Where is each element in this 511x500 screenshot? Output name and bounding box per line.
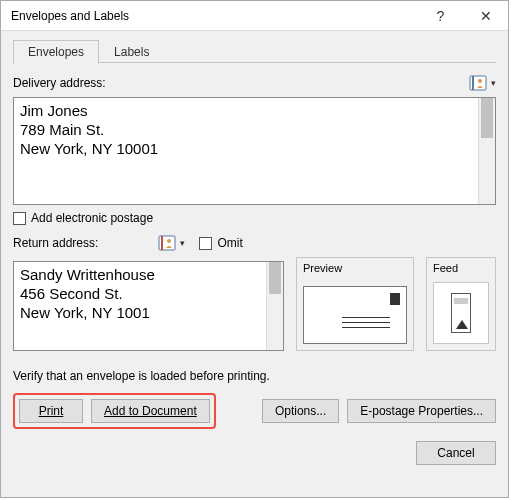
tab-envelopes[interactable]: Envelopes bbox=[13, 40, 99, 64]
titlebar: Envelopes and Labels ? ✕ bbox=[1, 1, 508, 31]
feed-label: Feed bbox=[433, 262, 489, 274]
dialog-content: Envelopes Labels Delivery address: ▾ Ji bbox=[1, 31, 508, 497]
dialog-title: Envelopes and Labels bbox=[1, 9, 418, 23]
tab-strip: Envelopes Labels bbox=[13, 39, 496, 63]
preview-group[interactable]: Preview bbox=[296, 257, 414, 351]
preview-label: Preview bbox=[303, 262, 407, 274]
add-to-document-button[interactable]: Add to Document bbox=[91, 399, 210, 423]
omit-label: Omit bbox=[217, 236, 242, 250]
svg-point-2 bbox=[478, 79, 482, 83]
electronic-postage-row: Add electronic postage bbox=[13, 211, 496, 225]
envelopes-labels-dialog: Envelopes and Labels ? ✕ Envelopes Label… bbox=[0, 0, 509, 498]
verify-text: Verify that an envelope is loaded before… bbox=[13, 369, 496, 383]
address-book-icon bbox=[469, 75, 487, 91]
delivery-address-input[interactable]: Jim Jones 789 Main St. New York, NY 1000… bbox=[13, 97, 496, 205]
return-address-label: Return address: bbox=[13, 236, 98, 250]
close-button[interactable]: ✕ bbox=[463, 1, 508, 31]
return-address-book-dropdown[interactable]: ▾ bbox=[158, 235, 185, 251]
electronic-postage-checkbox[interactable] bbox=[13, 212, 26, 225]
delivery-address-label: Delivery address: bbox=[13, 76, 106, 90]
electronic-postage-label: Add electronic postage bbox=[31, 211, 153, 225]
delivery-address-book-dropdown[interactable]: ▾ bbox=[469, 75, 496, 91]
chevron-down-icon: ▾ bbox=[491, 78, 496, 88]
return-label-row: Return address: ▾ Omit bbox=[13, 233, 496, 253]
delivery-label-row: Delivery address: ▾ bbox=[13, 73, 496, 93]
return-address-input[interactable]: Sandy Writtenhouse 456 Second St. New Yo… bbox=[13, 261, 284, 351]
omit-checkbox[interactable] bbox=[199, 237, 212, 250]
scrollbar[interactable] bbox=[478, 98, 495, 204]
help-button[interactable]: ? bbox=[418, 1, 463, 31]
feed-orientation-icon bbox=[451, 293, 471, 333]
svg-point-5 bbox=[167, 239, 171, 243]
tab-labels[interactable]: Labels bbox=[99, 40, 164, 63]
annotation-highlight: Print Add to Document bbox=[13, 393, 216, 429]
envelope-preview-icon bbox=[303, 286, 407, 344]
address-book-icon bbox=[158, 235, 176, 251]
scrollbar[interactable] bbox=[266, 262, 283, 350]
chevron-down-icon: ▾ bbox=[180, 238, 185, 248]
return-panel: Sandy Writtenhouse 456 Second St. New Yo… bbox=[13, 257, 496, 351]
svg-rect-1 bbox=[472, 76, 474, 90]
action-button-row: Print Add to Document Options... E-posta… bbox=[13, 393, 496, 429]
svg-rect-4 bbox=[161, 236, 163, 250]
return-address-text: Sandy Writtenhouse 456 Second St. New Yo… bbox=[20, 266, 155, 322]
feed-group[interactable]: Feed bbox=[426, 257, 496, 351]
footer-row: Cancel bbox=[13, 429, 496, 465]
cancel-button[interactable]: Cancel bbox=[416, 441, 496, 465]
options-button[interactable]: Options... bbox=[262, 399, 339, 423]
print-button[interactable]: Print bbox=[19, 399, 83, 423]
delivery-address-text: Jim Jones 789 Main St. New York, NY 1000… bbox=[20, 102, 158, 158]
epostage-properties-button[interactable]: E-postage Properties... bbox=[347, 399, 496, 423]
